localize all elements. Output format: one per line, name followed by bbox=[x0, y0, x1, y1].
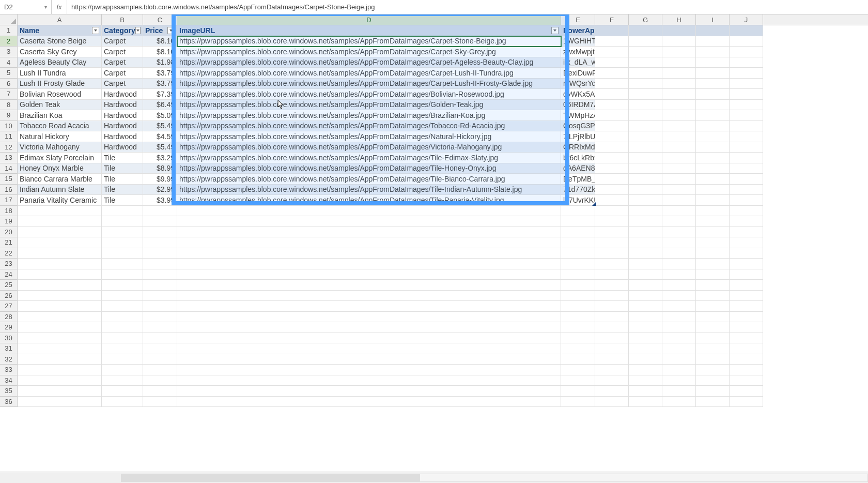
cell[interactable] bbox=[18, 269, 102, 280]
cell[interactable] bbox=[662, 248, 696, 259]
cell[interactable] bbox=[696, 100, 730, 111]
cell[interactable] bbox=[629, 397, 662, 407]
cell[interactable] bbox=[561, 375, 595, 386]
row-header-25[interactable]: 25 bbox=[0, 280, 18, 291]
cell[interactable] bbox=[662, 322, 696, 333]
cell[interactable] bbox=[595, 397, 629, 407]
column-header-H[interactable]: H bbox=[662, 14, 696, 25]
cell[interactable] bbox=[730, 301, 763, 312]
cell-name[interactable]: Ageless Beauty Clay bbox=[18, 57, 102, 68]
cell[interactable] bbox=[595, 47, 629, 57]
cell[interactable] bbox=[595, 365, 629, 375]
cell[interactable] bbox=[18, 291, 102, 301]
cell[interactable] bbox=[561, 365, 595, 375]
cell[interactable] bbox=[102, 248, 143, 259]
cell[interactable] bbox=[629, 100, 662, 111]
cell-price[interactable]: $3.79 bbox=[143, 79, 177, 89]
cell[interactable] bbox=[561, 227, 595, 238]
cell[interactable] bbox=[730, 269, 763, 280]
column-header-I[interactable]: I bbox=[696, 14, 730, 25]
cell[interactable] bbox=[662, 110, 696, 121]
cell[interactable] bbox=[177, 237, 561, 248]
cell-price[interactable]: $7.39 bbox=[143, 89, 177, 100]
row-header-2[interactable]: 2 bbox=[0, 36, 18, 47]
cell[interactable] bbox=[18, 301, 102, 312]
cell[interactable] bbox=[18, 343, 102, 354]
cell[interactable] bbox=[561, 343, 595, 354]
cell[interactable] bbox=[696, 280, 730, 291]
cell-category[interactable]: Tile bbox=[102, 174, 143, 185]
row-header-28[interactable]: 28 bbox=[0, 312, 18, 323]
row-header-7[interactable]: 7 bbox=[0, 89, 18, 100]
row-header-15[interactable]: 15 bbox=[0, 174, 18, 185]
cell[interactable] bbox=[177, 312, 561, 323]
cell[interactable] bbox=[662, 216, 696, 227]
cell-imageurl[interactable]: https://pwrappssamples.blob.core.windows… bbox=[177, 174, 561, 185]
cell[interactable] bbox=[629, 79, 662, 89]
cell[interactable] bbox=[696, 195, 730, 206]
cell[interactable] bbox=[18, 259, 102, 269]
fx-icon[interactable]: fx bbox=[52, 0, 67, 14]
cell[interactable] bbox=[561, 291, 595, 301]
cell[interactable] bbox=[102, 375, 143, 386]
cell[interactable] bbox=[730, 291, 763, 301]
cell[interactable] bbox=[595, 68, 629, 79]
cell[interactable] bbox=[696, 248, 730, 259]
cell-category[interactable]: Hardwood bbox=[102, 131, 143, 142]
cell[interactable] bbox=[561, 280, 595, 291]
cell-powerappsid[interactable]: DexiDuwFzU bbox=[561, 68, 595, 79]
row-header-29[interactable]: 29 bbox=[0, 322, 18, 333]
cell[interactable] bbox=[561, 397, 595, 407]
cell-imageurl[interactable]: https://pwrappssamples.blob.core.windows… bbox=[177, 142, 561, 153]
cell[interactable] bbox=[18, 248, 102, 259]
cell[interactable] bbox=[595, 110, 629, 121]
cell[interactable] bbox=[177, 269, 561, 280]
header-price[interactable]: Price bbox=[143, 25, 177, 36]
cell[interactable] bbox=[629, 354, 662, 365]
row-header-1[interactable]: 1 bbox=[0, 25, 18, 36]
cell[interactable] bbox=[730, 131, 763, 142]
cell[interactable] bbox=[696, 68, 730, 79]
cell[interactable] bbox=[696, 131, 730, 142]
cell[interactable] bbox=[143, 227, 177, 238]
cell-powerappsid[interactable]: br6cLkRb9U bbox=[561, 153, 595, 163]
cell[interactable] bbox=[561, 386, 595, 397]
cell-powerappsid[interactable]: lo7UvrKKU bbox=[561, 195, 595, 206]
column-header-F[interactable]: F bbox=[595, 14, 629, 25]
cell-name[interactable]: Panaria Vitality Ceramic bbox=[18, 195, 102, 206]
cell-category[interactable]: Tile bbox=[102, 163, 143, 174]
cell[interactable] bbox=[629, 386, 662, 397]
cell[interactable] bbox=[730, 333, 763, 344]
cell[interactable] bbox=[629, 227, 662, 238]
cell[interactable] bbox=[730, 89, 763, 100]
cell[interactable] bbox=[102, 397, 143, 407]
cell[interactable] bbox=[696, 291, 730, 301]
cell[interactable] bbox=[696, 57, 730, 68]
cell[interactable] bbox=[629, 163, 662, 174]
cell[interactable] bbox=[177, 386, 561, 397]
cell[interactable] bbox=[730, 237, 763, 248]
cell[interactable] bbox=[561, 248, 595, 259]
cell[interactable] bbox=[177, 354, 561, 365]
cell-powerappsid[interactable]: DeTpMB_hWs bbox=[561, 174, 595, 185]
cell[interactable] bbox=[629, 57, 662, 68]
column-header-G[interactable]: G bbox=[629, 14, 662, 25]
cell-name[interactable]: Lush II Frosty Glade bbox=[18, 79, 102, 89]
cell[interactable] bbox=[102, 227, 143, 238]
cell[interactable] bbox=[595, 163, 629, 174]
cell[interactable] bbox=[629, 259, 662, 269]
cell[interactable] bbox=[143, 216, 177, 227]
cell-category[interactable]: Hardwood bbox=[102, 110, 143, 121]
row-header-33[interactable]: 33 bbox=[0, 365, 18, 375]
cell[interactable] bbox=[629, 195, 662, 206]
cell-price[interactable]: $5.09 bbox=[143, 110, 177, 121]
cell-price[interactable]: $3.99 bbox=[143, 195, 177, 206]
cell[interactable] bbox=[629, 248, 662, 259]
cell[interactable] bbox=[143, 365, 177, 375]
cell[interactable] bbox=[561, 237, 595, 248]
cell-price[interactable]: $2.99 bbox=[143, 185, 177, 195]
cell-imageurl[interactable]: https://pwrappssamples.blob.core.windows… bbox=[177, 47, 561, 57]
cell[interactable] bbox=[629, 206, 662, 217]
cell[interactable] bbox=[629, 185, 662, 195]
cell-price[interactable]: $8.10 bbox=[143, 47, 177, 57]
